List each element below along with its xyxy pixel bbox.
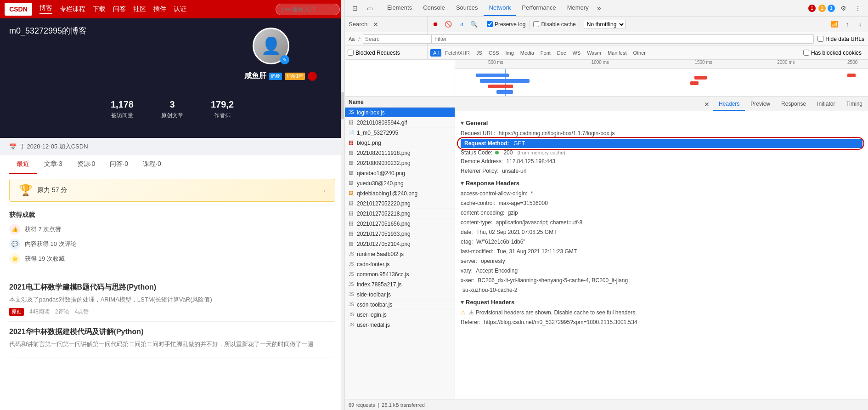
file-icon-img2: 🖼 [349, 160, 355, 165]
list-item-runtime[interactable]: JS runtime.5aafb0f2.js [345, 249, 455, 259]
preserve-log-checkbox[interactable]: Preserve log [487, 21, 525, 28]
hide-data-urls-checkbox[interactable]: Hide data URLs [817, 36, 864, 42]
nav-item-courses[interactable]: 专栏课程 [60, 5, 85, 13]
article-title-2[interactable]: 2021华中杯数据建模代码及讲解(Python) [9, 327, 335, 337]
inspect-button[interactable]: ⊡ [349, 2, 361, 15]
list-item-yuedu[interactable]: 🖼 yuedu30@240.png [345, 178, 455, 188]
search-input[interactable] [363, 34, 436, 44]
type-btn-font[interactable]: Font [538, 49, 553, 57]
wf-tick-1500: 1500 ms [694, 60, 712, 65]
tab-network[interactable]: Network [484, 0, 517, 16]
disable-cache-input[interactable] [533, 21, 539, 27]
type-btn-other[interactable]: Other [630, 49, 648, 57]
list-item-gif[interactable]: 🖼 20210108035944.gif [345, 118, 455, 128]
disable-cache-checkbox[interactable]: Disable cache [533, 21, 575, 28]
profile-edit-icon[interactable]: ✎ [280, 55, 289, 64]
nav-item-blog[interactable]: 博客 [39, 4, 52, 14]
device-toggle-button[interactable]: ▭ [363, 2, 376, 15]
nav-item-plugin[interactable]: 插件 [153, 5, 166, 13]
tab-resources[interactable]: 资源·0 [70, 155, 103, 174]
detail-tab-headers[interactable]: Headers [713, 98, 745, 111]
export-button[interactable]: ↓ [855, 19, 865, 29]
filter-button[interactable]: ⊿ [456, 19, 466, 29]
regex-button[interactable]: .* [357, 36, 361, 42]
tab-courses[interactable]: 课程·0 [135, 155, 169, 174]
record-button[interactable]: ⏺ [430, 19, 440, 29]
article-title-1[interactable]: 2021电工杯数学建模B题代码与思路(Python) [9, 283, 335, 292]
nav-item-community[interactable]: 社区 [133, 5, 146, 13]
has-blocked-cookies-input[interactable] [803, 50, 809, 56]
list-item-csdn-toolbar[interactable]: JS csdn-toolbar.js [345, 300, 455, 310]
has-blocked-cookies-checkbox[interactable]: Has blocked cookies [803, 50, 865, 56]
detail-tab-timing[interactable]: Timing [840, 98, 868, 111]
tab-memory[interactable]: Memory [562, 0, 594, 16]
list-item-user-login[interactable]: JS user-login.js [345, 310, 455, 320]
nav-item-download[interactable]: 下载 [93, 5, 106, 13]
list-item-user-medal[interactable]: JS user-medal.js [345, 320, 455, 330]
list-item-login-box-js[interactable]: JS login-box.js [345, 108, 455, 118]
list-item-img7[interactable]: 🖼 20210127052104.png [345, 239, 455, 249]
filter-input[interactable] [431, 34, 814, 44]
list-item-qiandao[interactable]: 🖼 qiandao1@240.png [345, 168, 455, 178]
csdn-search-input[interactable] [276, 4, 340, 15]
nav-item-cert[interactable]: 认证 [174, 5, 186, 13]
detail-tab-initiator[interactable]: Initiator [812, 98, 840, 111]
type-btn-ws[interactable]: WS [569, 49, 583, 57]
details-close-button[interactable]: ✕ [700, 98, 713, 111]
devtools-topbar: ⊡ ▭ Elements Console Sources Network Per… [345, 0, 868, 17]
list-item-img4[interactable]: 🖼 20210127052218.png [345, 209, 455, 219]
type-btn-fetch[interactable]: Fetch/XHR [442, 49, 473, 57]
name-list-body[interactable]: JS login-box.js 🖼 20210108035944.gif 📄 1… [345, 108, 455, 399]
tab-recent[interactable]: 最近 [9, 155, 37, 174]
list-item-img5[interactable]: 🖼 20210127051656.png [345, 219, 455, 229]
tab-performance[interactable]: Performance [516, 0, 561, 16]
more-options-button[interactable]: ⋮ [851, 2, 864, 15]
list-item-img3[interactable]: 🖼 20210127052220.png [345, 199, 455, 209]
aa-button[interactable]: Aa [348, 36, 355, 42]
type-btn-all[interactable]: All [430, 49, 441, 57]
resp-lm-val: Tue, 31 Aug 2021 12:11:23 GMT [497, 248, 577, 255]
list-item-side-toolbar[interactable]: JS side-toolbar.js [345, 290, 455, 300]
list-item-common[interactable]: JS common.954136cc.js [345, 269, 455, 279]
blocked-requests-input[interactable] [348, 50, 354, 56]
clear-button[interactable]: 🚫 [443, 19, 453, 29]
list-item-index[interactable]: JS index.7885a217.js [345, 279, 455, 290]
type-btn-manifest[interactable]: Manifest [605, 49, 630, 57]
headers-content[interactable]: General Request URL: https://g.csdnimg.c… [455, 111, 868, 399]
list-item-blog1[interactable]: 🖼 blog1.png [345, 138, 455, 148]
list-item-footer[interactable]: JS csdn-footer.js [345, 259, 455, 269]
type-btn-img[interactable]: Img [503, 49, 517, 57]
type-btn-media[interactable]: Media [518, 49, 537, 57]
detail-tab-preview[interactable]: Preview [745, 98, 776, 111]
import-button[interactable]: ↑ [842, 19, 852, 29]
csdn-scrollbar[interactable] [341, 0, 344, 410]
nav-item-qa[interactable]: 问答 [113, 5, 126, 13]
tab-sources[interactable]: Sources [451, 0, 484, 16]
tab-more[interactable]: » [594, 0, 604, 16]
wf-tick-1000: 1000 ms [592, 60, 609, 65]
tab-articles[interactable]: 文章·3 [37, 155, 70, 174]
tab-qa[interactable]: 问答·0 [102, 155, 135, 174]
online-icon-btn[interactable]: 📶 [829, 19, 840, 29]
search-button[interactable]: 🔍 [469, 19, 479, 29]
tab-elements[interactable]: Elements [382, 0, 417, 16]
list-item-qixie[interactable]: 🖼 qixiebiaobing1@240.png [345, 188, 455, 199]
type-btn-js[interactable]: JS [473, 49, 485, 57]
preserve-log-input[interactable] [487, 21, 493, 27]
hide-data-urls-input[interactable] [817, 36, 823, 42]
throttle-select[interactable]: No throttling [584, 20, 626, 29]
type-btn-css[interactable]: CSS [486, 49, 502, 57]
blocked-requests-checkbox[interactable]: Blocked Requests [348, 50, 400, 56]
search-close-button[interactable]: ✕ [369, 18, 382, 31]
stat-articles-number: 3 [161, 99, 183, 110]
tab-console[interactable]: Console [417, 0, 451, 16]
type-btn-doc[interactable]: Doc [554, 49, 569, 57]
settings-button[interactable]: ⚙ [837, 2, 850, 15]
list-item-img2[interactable]: 🖼 20210809030232.png [345, 158, 455, 168]
list-item-img6[interactable]: 🖼 20210127051933.png [345, 229, 455, 239]
list-item-profile[interactable]: 📄 1_m0_53272995 [345, 128, 455, 138]
detail-tab-response[interactable]: Response [776, 98, 812, 111]
list-item-img1[interactable]: 🖼 20210820111918.png [345, 148, 455, 158]
power-section[interactable]: 🏆 原力 57 分 › [9, 179, 335, 202]
type-btn-wasm[interactable]: Wasm [584, 49, 604, 57]
